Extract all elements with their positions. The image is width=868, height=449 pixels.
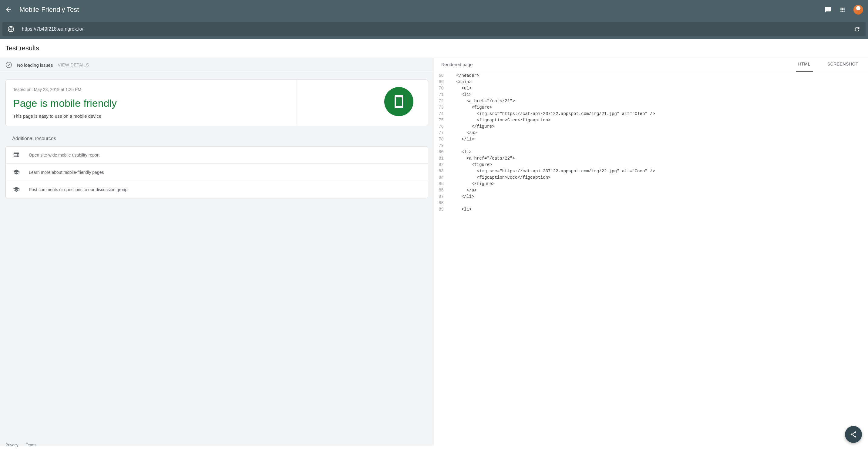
terms-link[interactable]: Terms — [26, 443, 36, 446]
user-avatar[interactable] — [854, 5, 863, 14]
school-icon — [13, 169, 20, 176]
rendered-page-label: Rendered page — [441, 62, 796, 67]
section-title: Test results — [5, 44, 863, 52]
announcement-icon — [825, 6, 831, 13]
school-icon — [13, 186, 20, 193]
resource-item-discuss[interactable]: Post comments or questions to our discus… — [6, 181, 428, 198]
tab-html[interactable]: HTML — [796, 62, 813, 71]
code-line: 75 <figcaption>Cleo</figcaption> — [434, 117, 868, 123]
resources-title: Additional resources — [0, 133, 434, 146]
result-title: Page is mobile friendly — [13, 97, 377, 109]
url-bar: https://7b49f218.eu.ngrok.io/ — [0, 20, 868, 39]
code-line: 87 </li> — [434, 193, 868, 200]
code-line: 82 <figure> — [434, 162, 868, 168]
arrow-back-icon — [5, 6, 12, 13]
refresh-button[interactable] — [854, 26, 861, 33]
code-line: 76 </figure> — [434, 123, 868, 130]
tested-on-label: Tested on: May 23, 2019 at 1:25 PM — [13, 87, 377, 92]
check-circle-icon — [5, 62, 12, 68]
resource-item-report[interactable]: Open site-wide mobile usability report — [6, 147, 428, 164]
mobile-friendly-icon — [384, 87, 413, 116]
apps-icon — [839, 7, 845, 13]
result-card: Tested on: May 23, 2019 at 1:25 PM Page … — [5, 80, 428, 126]
app-header: Mobile-Friendly Test — [0, 0, 868, 20]
resource-label: Post comments or questions to our discus… — [29, 187, 127, 192]
html-code-viewer[interactable]: 68 </header>69 <main>70 <ul>71 <li>72 <a… — [434, 71, 868, 214]
footer-links: Privacy Terms — [5, 443, 36, 446]
share-icon — [850, 431, 857, 438]
code-line: 81 <a href="/cats/22"> — [434, 155, 868, 162]
code-line: 68 </header> — [434, 72, 868, 79]
section-header: Test results — [0, 39, 868, 58]
resource-label: Learn more about mobile-friendly pages — [29, 170, 104, 175]
tab-screenshot[interactable]: SCREENSHOT — [825, 62, 861, 71]
view-details-link[interactable]: VIEW DETAILS — [58, 62, 89, 67]
results-panel: No loading issues VIEW DETAILS Tested on… — [0, 58, 434, 446]
code-line: 89 <li> — [434, 206, 868, 213]
globe-icon — [7, 26, 14, 33]
code-line: 83 <img src="https://cat-api-237122.apps… — [434, 168, 868, 175]
resources-list: Open site-wide mobile usability report L… — [5, 146, 428, 199]
code-line: 73 <figure> — [434, 104, 868, 111]
code-line: 85 </figure> — [434, 181, 868, 187]
feedback-button[interactable] — [824, 6, 832, 13]
code-line: 72 <a href="/cats/21"> — [434, 98, 868, 104]
back-button[interactable] — [5, 6, 12, 13]
code-line: 80 <li> — [434, 149, 868, 155]
code-line: 84 <figcaption>Coco</figcaption> — [434, 175, 868, 181]
phone-icon — [392, 94, 406, 109]
code-line: 77 </a> — [434, 130, 868, 136]
url-input[interactable]: https://7b49f218.eu.ngrok.io/ — [22, 26, 846, 32]
apps-button[interactable] — [839, 6, 846, 13]
loading-status-bar: No loading issues VIEW DETAILS — [0, 58, 434, 72]
code-line: 70 <ul> — [434, 85, 868, 92]
code-line: 71 <li> — [434, 92, 868, 98]
refresh-icon — [854, 26, 860, 32]
resource-label: Open site-wide mobile usability report — [29, 153, 99, 157]
code-line: 74 <img src="https://cat-api-237122.apps… — [434, 111, 868, 117]
code-line: 69 <main> — [434, 79, 868, 85]
code-line: 78 </li> — [434, 136, 868, 143]
code-line: 88 — [434, 200, 868, 206]
resource-item-learn[interactable]: Learn more about mobile-friendly pages — [6, 164, 428, 181]
code-line: 86 </a> — [434, 187, 868, 193]
app-title: Mobile-Friendly Test — [20, 6, 817, 13]
privacy-link[interactable]: Privacy — [5, 443, 19, 446]
svg-point-2 — [6, 62, 11, 68]
loading-status-text: No loading issues — [17, 62, 53, 68]
code-line: 79 — [434, 143, 868, 149]
result-description: This page is easy to use on a mobile dev… — [13, 114, 377, 119]
web-icon — [13, 151, 20, 159]
rendered-panel: Rendered page HTML SCREENSHOT 68 </heade… — [434, 58, 868, 446]
share-fab[interactable] — [845, 426, 862, 443]
